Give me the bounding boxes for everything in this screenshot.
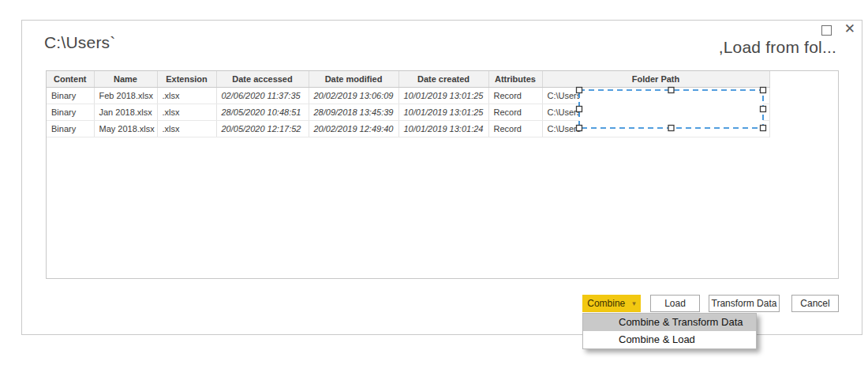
cell-attributes[interactable]: Record	[488, 87, 542, 104]
redaction-selection-box[interactable]	[579, 90, 763, 128]
folder-path-title: C:\Users`	[44, 33, 115, 52]
cell-name: May 2018.xlsx	[94, 120, 157, 137]
cell-extension: .xlsx	[157, 87, 216, 104]
cell-content: Binary	[47, 120, 94, 137]
menu-item-combine-load[interactable]: Combine & Load	[583, 331, 756, 348]
cell-date-accessed: 20/05/2020 12:17:52	[216, 120, 309, 137]
cell-attributes[interactable]: Record	[488, 104, 542, 120]
column-header-attributes: Attributes	[488, 71, 542, 87]
combine-button-label: Combine	[587, 298, 625, 309]
column-header-extension: Extension	[157, 71, 216, 87]
combine-button[interactable]: Combine ▾	[582, 295, 641, 312]
cell-name: Feb 2018.xlsx	[94, 87, 157, 104]
cell-date-modified: 20/02/2019 13:06:09	[309, 87, 398, 104]
transform-data-button[interactable]: Transform Data	[709, 295, 780, 312]
cell-date-modified: 20/02/2019 12:49:40	[309, 120, 398, 137]
cell-date-created: 10/01/2019 13:01:25	[398, 104, 488, 120]
column-header-content: Content	[47, 71, 94, 87]
load-button[interactable]: Load	[650, 295, 700, 312]
cell-date-created: 10/01/2019 13:01:24	[398, 120, 488, 137]
column-header-date-created: Date created	[398, 71, 488, 87]
column-header-folder-path: Folder Path	[542, 71, 769, 87]
cell-attributes[interactable]: Record	[488, 120, 542, 137]
column-header-date-modified: Date modified	[309, 71, 398, 87]
chevron-down-icon: ▾	[632, 299, 636, 307]
load-from-folder-dialog: ✕ C:\Users` ,Load from fol... Content Na…	[21, 20, 862, 335]
cell-date-accessed: 02/06/2020 11:37:35	[216, 87, 309, 104]
cell-date-modified: 28/09/2018 13:45:39	[309, 104, 398, 120]
cancel-button[interactable]: Cancel	[791, 295, 839, 312]
column-header-name: Name	[94, 71, 157, 87]
dialog-title-truncated: ,Load from fol...	[719, 38, 836, 57]
menu-item-combine-transform[interactable]: Combine & Transform Data	[583, 314, 756, 331]
cell-date-accessed: 28/05/2020 10:48:51	[216, 104, 309, 120]
cell-extension: .xlsx	[157, 104, 216, 120]
close-icon[interactable]: ✕	[844, 21, 855, 37]
cell-date-created: 10/01/2019 13:01:25	[398, 87, 488, 104]
cell-name: Jan 2018.xlsx	[94, 104, 157, 120]
cell-content: Binary	[47, 104, 94, 120]
cell-extension: .xlsx	[157, 120, 216, 137]
combine-dropdown-menu: Combine & Transform Data Combine & Load	[582, 313, 757, 349]
table-header-row: Content Name Extension Date accessed Dat…	[47, 71, 769, 87]
dashed-selection-rect-icon	[575, 86, 767, 132]
maximize-icon[interactable]	[821, 25, 832, 36]
cell-content: Binary	[47, 87, 94, 104]
column-header-date-accessed: Date accessed	[216, 71, 309, 87]
